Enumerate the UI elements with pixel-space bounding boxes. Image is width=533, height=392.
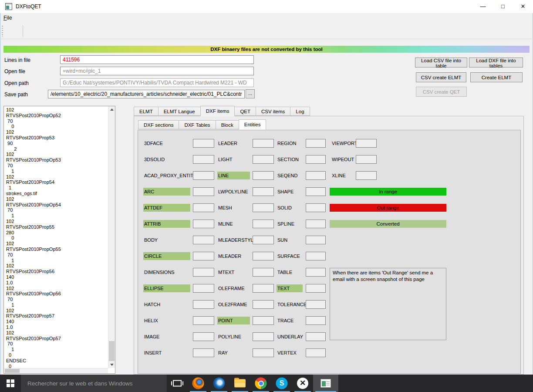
horizontal-scrollbar[interactable] (4, 368, 108, 373)
tab-csv-items[interactable]: CSV items (256, 107, 290, 116)
entity-count-field-point[interactable] (253, 316, 274, 325)
field-input-lines-in-file[interactable] (60, 55, 254, 64)
browse-button[interactable]: ... (246, 89, 255, 98)
vertical-scrollbar[interactable] (108, 106, 115, 368)
entity-label-trace: TRACE (277, 317, 303, 324)
horizontal-scroll-thumb[interactable] (5, 369, 20, 373)
entity-count-field-helix[interactable] (193, 316, 214, 325)
entity-count-field-line[interactable] (253, 171, 274, 180)
entity-count-field-3dface[interactable] (193, 139, 214, 148)
tab-elmt[interactable]: ELMT (134, 107, 159, 116)
field-input-save-path[interactable] (48, 90, 245, 98)
dxf-line: 102 (6, 286, 108, 291)
vertical-scroll-thumb[interactable] (109, 341, 115, 361)
entity-count-field-image[interactable] (193, 332, 214, 341)
taskbar-file-explorer-icon[interactable] (229, 375, 250, 392)
entity-label-arc: ARC (143, 188, 190, 196)
entity-count-field-shape[interactable] (306, 187, 326, 196)
subtab-dxf-tables[interactable]: DXF Tables (179, 120, 216, 129)
dxf-line: 0 (6, 352, 108, 358)
dxf-line: RTVSPost2010PropOp54 (6, 202, 108, 208)
entity-count-field-dimensions[interactable] (193, 268, 214, 277)
entity-count-field-solid[interactable] (306, 203, 326, 212)
entity-count-field-trace[interactable] (306, 316, 326, 325)
scroll-up-icon[interactable] (108, 106, 115, 113)
entity-count-field-section[interactable] (306, 155, 326, 164)
entity-count-field-spline[interactable] (306, 220, 326, 228)
dxf-line: 1 (6, 258, 108, 264)
taskbar-firefox-icon[interactable] (188, 375, 209, 392)
entity-count-field-attrib[interactable] (193, 220, 214, 228)
subtab-entities[interactable]: Entities (239, 119, 266, 130)
maximize-button-icon[interactable]: □ (493, 0, 513, 13)
tab-log[interactable]: Log (290, 107, 310, 116)
entity-count-field-mleaderstyle[interactable] (253, 236, 274, 244)
entity-count-field-seqend[interactable] (306, 171, 326, 180)
entity-label-body: BODY (143, 236, 190, 244)
title-bar: DXFtoQET — □ ✕ (0, 0, 533, 13)
entity-count-field-vertex[interactable] (306, 348, 326, 357)
entity-count-field-leader[interactable] (253, 139, 274, 148)
entity-count-field-underlay[interactable] (306, 332, 326, 341)
entity-count-field-light[interactable] (253, 155, 274, 164)
dxf-content-list[interactable]: 102RTVSPost2010PropOp52 70 0102RTVSPost2… (3, 106, 115, 374)
taskbar-x-app-icon[interactable]: ✕ (292, 375, 313, 392)
create-elmt-button[interactable]: Create ELMT (470, 72, 523, 82)
entity-count-field-body[interactable] (193, 236, 214, 244)
entity-count-field-lwpolyline[interactable] (253, 187, 274, 196)
entity-count-field-xline[interactable] (356, 171, 377, 180)
taskbar-chrome-icon[interactable] (250, 375, 271, 392)
entity-count-field-mleader[interactable] (253, 252, 274, 260)
entity-count-field-acad_proxy_entity[interactable] (193, 171, 214, 180)
load-dxf-file-into-tables-button[interactable]: Load DXF file into tables (469, 57, 523, 68)
csv-create-elmt-button[interactable]: CSV create ELMT (416, 72, 466, 82)
subtab-block[interactable]: Block (216, 120, 239, 129)
entity-count-field-arc[interactable] (193, 187, 214, 196)
entity-count-field-mline[interactable] (253, 220, 274, 228)
entity-label-attrib: ATTRIB (143, 220, 190, 228)
start-button[interactable] (0, 375, 21, 392)
entity-count-field-mesh[interactable] (253, 203, 274, 212)
entity-count-field-insert[interactable] (193, 348, 214, 357)
entity-count-field-region[interactable] (306, 139, 326, 148)
menu-item-file[interactable]: File (0, 13, 15, 23)
entity-count-field-tolerance[interactable] (306, 300, 326, 309)
field-input-open-file[interactable] (60, 67, 254, 75)
entity-count-field-oleframe[interactable] (253, 284, 274, 293)
subtab-dxf-sections[interactable]: DXF sections (138, 120, 179, 129)
entity-count-field-ole2frame[interactable] (253, 300, 274, 309)
entity-count-field-table[interactable] (306, 268, 326, 277)
entity-label-xline: XLINE (331, 172, 355, 179)
entity-count-field-viewport[interactable] (356, 139, 377, 148)
entity-count-field-ray[interactable] (253, 348, 274, 357)
taskbar-skype-icon[interactable]: S (271, 375, 292, 392)
entity-count-field-circle[interactable] (193, 252, 214, 260)
entity-count-field-ellipse[interactable] (193, 284, 214, 293)
entity-count-field-text[interactable] (306, 284, 326, 293)
minimize-button-icon[interactable]: — (473, 0, 493, 13)
entity-count-field-hatch[interactable] (193, 300, 214, 309)
field-input-open-path[interactable] (60, 78, 254, 87)
taskbar-task-view-button[interactable] (167, 375, 188, 392)
entity-count-field-surface[interactable] (306, 252, 326, 260)
scroll-down-icon[interactable] (108, 362, 115, 368)
tab-elmt-langue[interactable]: ELMT Langue (158, 107, 201, 116)
entity-count-field-sun[interactable] (306, 236, 326, 244)
entity-count-field-wipeout[interactable] (356, 155, 377, 164)
close-button-icon[interactable]: ✕ (513, 0, 533, 13)
taskbar-thunderbird-icon[interactable] (209, 375, 229, 392)
entity-label-seqend: SEQEND (277, 172, 303, 179)
tab-dxf-items[interactable]: DXF items (200, 106, 235, 116)
taskbar-dxftoqet-icon[interactable] (313, 375, 338, 392)
dxf-line: 70 (6, 118, 108, 124)
entity-count-field-polyline[interactable] (253, 332, 274, 341)
tab-qet[interactable]: QET (234, 107, 256, 116)
entity-count-field-3dsolid[interactable] (193, 155, 214, 164)
load-csv-file-into-table-button[interactable]: Load CSV file into table (415, 57, 467, 68)
csv-create-qet-button[interactable]: CSV create QET (416, 87, 467, 97)
windows-taskbar: S✕ (0, 375, 533, 392)
entity-count-field-mtext[interactable] (253, 268, 274, 277)
taskbar-search-input[interactable] (21, 375, 167, 392)
entity-count-field-attdef[interactable] (193, 203, 214, 212)
dxf-line: 102 (6, 174, 108, 180)
